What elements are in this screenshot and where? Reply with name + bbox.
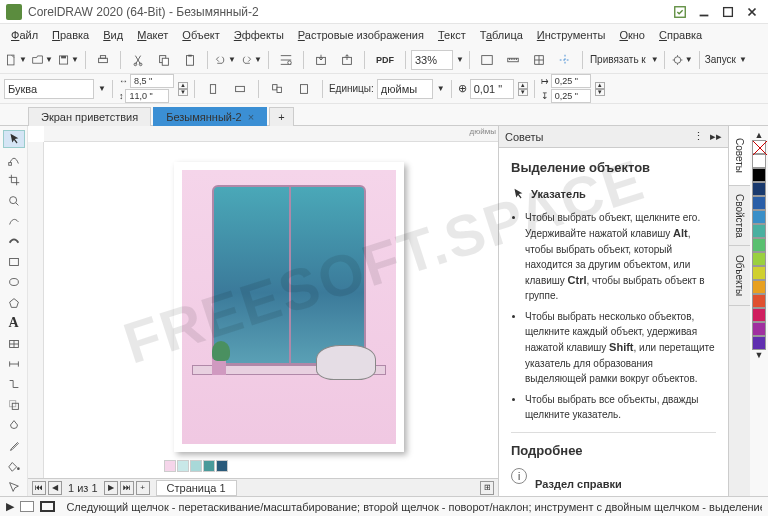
doc-swatch[interactable]	[177, 460, 189, 472]
color-swatch[interactable]	[752, 182, 766, 196]
docker-collapse-icon[interactable]: ▸▸	[710, 130, 722, 143]
fullscreen-button[interactable]	[475, 49, 499, 71]
page-tab[interactable]: Страница 1	[156, 480, 237, 496]
color-swatch[interactable]	[752, 196, 766, 210]
menu-view[interactable]: Вид	[96, 27, 130, 43]
tool-fill[interactable]	[3, 457, 25, 475]
tab-document[interactable]: Безымянный-2×	[153, 107, 267, 126]
tool-polygon[interactable]	[3, 294, 25, 312]
page-next[interactable]: ▶	[104, 481, 118, 495]
menu-file[interactable]: Файл	[4, 27, 45, 43]
tool-eyedropper[interactable]	[3, 437, 25, 455]
print-button[interactable]	[91, 49, 115, 71]
portrait-button[interactable]	[201, 78, 225, 100]
doc-swatch[interactable]	[216, 460, 228, 472]
palette-down[interactable]: ▼	[755, 350, 764, 360]
tool-rectangle[interactable]	[3, 253, 25, 271]
docker-menu-icon[interactable]: ⋮	[693, 130, 704, 143]
color-swatch[interactable]	[752, 336, 766, 350]
nav-handle[interactable]: ⊞	[480, 481, 494, 495]
tool-shape[interactable]	[3, 150, 25, 168]
tool-zoom[interactable]	[3, 191, 25, 209]
tab-welcome[interactable]: Экран приветствия	[28, 107, 151, 126]
tab-add[interactable]: +	[269, 107, 293, 126]
color-swatch[interactable]	[752, 154, 766, 168]
ruler-horizontal[interactable]: дюймы	[44, 126, 498, 142]
page-width-input[interactable]	[130, 74, 174, 88]
rulers-button[interactable]	[501, 49, 525, 71]
page-prev[interactable]: ◀	[48, 481, 62, 495]
fill-indicator[interactable]	[20, 501, 34, 512]
tool-pick[interactable]	[3, 130, 25, 148]
docker-tab[interactable]: Советы	[729, 126, 750, 186]
open-button[interactable]: ▼	[30, 49, 54, 71]
doc-swatch[interactable]	[164, 460, 176, 472]
color-swatch[interactable]	[752, 322, 766, 336]
tool-text[interactable]: A	[3, 314, 25, 332]
canvas[interactable]	[44, 142, 498, 496]
tool-outline[interactable]	[3, 477, 25, 495]
dup-y-input[interactable]	[551, 89, 591, 103]
docker-tab[interactable]: Объекты	[729, 246, 750, 306]
menu-table[interactable]: Таблица	[473, 27, 530, 43]
zoom-dropdown[interactable]: ▼	[456, 55, 464, 64]
menu-text[interactable]: Текст	[431, 27, 473, 43]
palette-up[interactable]: ▲	[755, 130, 764, 140]
save-button[interactable]: ▼	[56, 49, 80, 71]
doc-swatch[interactable]	[203, 460, 215, 472]
options-button[interactable]: ▼	[670, 49, 694, 71]
dup-x-input[interactable]	[551, 74, 591, 88]
menu-object[interactable]: Объект	[175, 27, 226, 43]
menu-layout[interactable]: Макет	[130, 27, 175, 43]
export-button[interactable]	[335, 49, 359, 71]
page-first[interactable]: ⏮	[32, 481, 46, 495]
cut-button[interactable]	[126, 49, 150, 71]
maximize-button[interactable]	[718, 4, 738, 20]
docker-tab[interactable]: Свойства	[729, 186, 750, 246]
tool-artistic[interactable]	[3, 232, 25, 250]
guides-button[interactable]	[553, 49, 577, 71]
color-swatch[interactable]	[752, 308, 766, 322]
zoom-input[interactable]	[411, 50, 453, 70]
color-swatch[interactable]	[752, 294, 766, 308]
launch-label[interactable]: Запуск	[705, 54, 736, 65]
launcher-icon[interactable]	[670, 4, 690, 20]
color-swatch[interactable]	[752, 168, 766, 182]
page-height-input[interactable]	[125, 89, 169, 103]
menu-help[interactable]: Справка	[652, 27, 709, 43]
color-swatch[interactable]	[752, 280, 766, 294]
stroke-indicator[interactable]	[40, 501, 55, 512]
menu-tools[interactable]: Инструменты	[530, 27, 613, 43]
nudge-input[interactable]	[470, 79, 514, 99]
tool-freehand[interactable]	[3, 212, 25, 230]
new-button[interactable]: ▼	[4, 49, 28, 71]
landscape-button[interactable]	[228, 78, 252, 100]
ruler-vertical[interactable]	[28, 142, 44, 496]
units-combo[interactable]	[377, 79, 433, 99]
minimize-button[interactable]	[694, 4, 714, 20]
redo-button[interactable]: ▼	[239, 49, 263, 71]
no-color-swatch[interactable]	[752, 140, 766, 154]
grid-button[interactable]	[527, 49, 551, 71]
color-swatch[interactable]	[752, 266, 766, 280]
tool-effects[interactable]	[3, 396, 25, 414]
tool-dimension[interactable]	[3, 355, 25, 373]
menu-edit[interactable]: Правка	[45, 27, 96, 43]
color-swatch[interactable]	[752, 210, 766, 224]
color-swatch[interactable]	[752, 224, 766, 238]
page-add[interactable]: +	[136, 481, 150, 495]
tool-ellipse[interactable]	[3, 273, 25, 291]
all-pages-button[interactable]	[265, 78, 289, 100]
tool-transparency[interactable]	[3, 416, 25, 434]
tool-crop[interactable]	[3, 171, 25, 189]
close-button[interactable]	[742, 4, 762, 20]
page-last[interactable]: ⏭	[120, 481, 134, 495]
undo-button[interactable]: ▼	[213, 49, 237, 71]
color-swatch[interactable]	[752, 252, 766, 266]
page[interactable]	[174, 162, 404, 452]
font-combo[interactable]	[4, 79, 94, 99]
tool-connector[interactable]	[3, 375, 25, 393]
copy-button[interactable]	[152, 49, 176, 71]
tool-table[interactable]	[3, 334, 25, 352]
menu-window[interactable]: Окно	[612, 27, 652, 43]
